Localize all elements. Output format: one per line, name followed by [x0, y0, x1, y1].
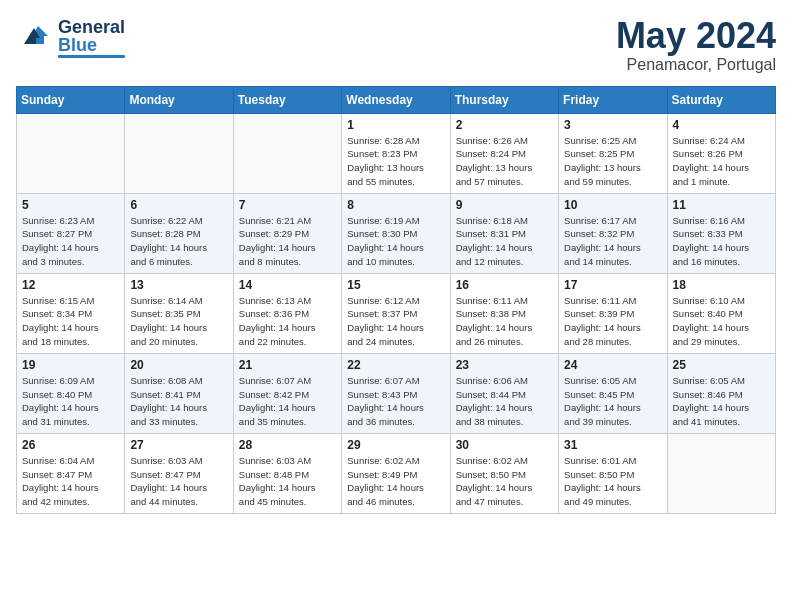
calendar-day-31: 31Sunrise: 6:01 AM Sunset: 8:50 PM Dayli…	[559, 433, 667, 513]
day-number: 5	[22, 198, 119, 212]
title-area: May 2024 Penamacor, Portugal	[616, 16, 776, 74]
calendar-week-row: 1Sunrise: 6:28 AM Sunset: 8:23 PM Daylig…	[17, 113, 776, 193]
day-number: 27	[130, 438, 227, 452]
calendar-day-19: 19Sunrise: 6:09 AM Sunset: 8:40 PM Dayli…	[17, 353, 125, 433]
column-header-friday: Friday	[559, 86, 667, 113]
day-info: Sunrise: 6:18 AM Sunset: 8:31 PM Dayligh…	[456, 214, 553, 269]
calendar-day-1: 1Sunrise: 6:28 AM Sunset: 8:23 PM Daylig…	[342, 113, 450, 193]
day-info: Sunrise: 6:06 AM Sunset: 8:44 PM Dayligh…	[456, 374, 553, 429]
day-number: 12	[22, 278, 119, 292]
calendar-day-29: 29Sunrise: 6:02 AM Sunset: 8:49 PM Dayli…	[342, 433, 450, 513]
day-info: Sunrise: 6:02 AM Sunset: 8:49 PM Dayligh…	[347, 454, 444, 509]
calendar-day-10: 10Sunrise: 6:17 AM Sunset: 8:32 PM Dayli…	[559, 193, 667, 273]
calendar-empty-cell	[667, 433, 775, 513]
calendar-day-26: 26Sunrise: 6:04 AM Sunset: 8:47 PM Dayli…	[17, 433, 125, 513]
calendar-day-25: 25Sunrise: 6:05 AM Sunset: 8:46 PM Dayli…	[667, 353, 775, 433]
day-info: Sunrise: 6:21 AM Sunset: 8:29 PM Dayligh…	[239, 214, 336, 269]
day-info: Sunrise: 6:09 AM Sunset: 8:40 PM Dayligh…	[22, 374, 119, 429]
day-info: Sunrise: 6:05 AM Sunset: 8:46 PM Dayligh…	[673, 374, 770, 429]
day-info: Sunrise: 6:03 AM Sunset: 8:48 PM Dayligh…	[239, 454, 336, 509]
calendar-week-row: 19Sunrise: 6:09 AM Sunset: 8:40 PM Dayli…	[17, 353, 776, 433]
calendar-day-12: 12Sunrise: 6:15 AM Sunset: 8:34 PM Dayli…	[17, 273, 125, 353]
calendar-day-28: 28Sunrise: 6:03 AM Sunset: 8:48 PM Dayli…	[233, 433, 341, 513]
day-info: Sunrise: 6:22 AM Sunset: 8:28 PM Dayligh…	[130, 214, 227, 269]
day-number: 24	[564, 358, 661, 372]
day-number: 31	[564, 438, 661, 452]
day-info: Sunrise: 6:13 AM Sunset: 8:36 PM Dayligh…	[239, 294, 336, 349]
day-number: 23	[456, 358, 553, 372]
calendar-day-22: 22Sunrise: 6:07 AM Sunset: 8:43 PM Dayli…	[342, 353, 450, 433]
calendar-table: SundayMondayTuesdayWednesdayThursdayFrid…	[16, 86, 776, 514]
day-info: Sunrise: 6:11 AM Sunset: 8:38 PM Dayligh…	[456, 294, 553, 349]
day-number: 20	[130, 358, 227, 372]
day-number: 4	[673, 118, 770, 132]
day-number: 21	[239, 358, 336, 372]
day-info: Sunrise: 6:08 AM Sunset: 8:41 PM Dayligh…	[130, 374, 227, 429]
logo-general-text: General	[58, 18, 125, 36]
calendar-header-row: SundayMondayTuesdayWednesdayThursdayFrid…	[17, 86, 776, 113]
month-title: May 2024	[616, 16, 776, 56]
day-info: Sunrise: 6:11 AM Sunset: 8:39 PM Dayligh…	[564, 294, 661, 349]
calendar-day-14: 14Sunrise: 6:13 AM Sunset: 8:36 PM Dayli…	[233, 273, 341, 353]
logo-underline	[58, 55, 125, 58]
day-info: Sunrise: 6:07 AM Sunset: 8:43 PM Dayligh…	[347, 374, 444, 429]
day-number: 29	[347, 438, 444, 452]
calendar-empty-cell	[125, 113, 233, 193]
calendar-day-2: 2Sunrise: 6:26 AM Sunset: 8:24 PM Daylig…	[450, 113, 558, 193]
day-number: 17	[564, 278, 661, 292]
day-number: 28	[239, 438, 336, 452]
day-number: 16	[456, 278, 553, 292]
column-header-monday: Monday	[125, 86, 233, 113]
day-info: Sunrise: 6:24 AM Sunset: 8:26 PM Dayligh…	[673, 134, 770, 189]
day-number: 15	[347, 278, 444, 292]
calendar-day-16: 16Sunrise: 6:11 AM Sunset: 8:38 PM Dayli…	[450, 273, 558, 353]
column-header-tuesday: Tuesday	[233, 86, 341, 113]
calendar-day-5: 5Sunrise: 6:23 AM Sunset: 8:27 PM Daylig…	[17, 193, 125, 273]
calendar-day-15: 15Sunrise: 6:12 AM Sunset: 8:37 PM Dayli…	[342, 273, 450, 353]
day-number: 3	[564, 118, 661, 132]
logo-blue-text: Blue	[58, 36, 125, 54]
calendar-day-6: 6Sunrise: 6:22 AM Sunset: 8:28 PM Daylig…	[125, 193, 233, 273]
day-info: Sunrise: 6:04 AM Sunset: 8:47 PM Dayligh…	[22, 454, 119, 509]
day-number: 8	[347, 198, 444, 212]
day-info: Sunrise: 6:19 AM Sunset: 8:30 PM Dayligh…	[347, 214, 444, 269]
calendar-day-18: 18Sunrise: 6:10 AM Sunset: 8:40 PM Dayli…	[667, 273, 775, 353]
logo-name: General Blue	[58, 18, 125, 58]
calendar-day-4: 4Sunrise: 6:24 AM Sunset: 8:26 PM Daylig…	[667, 113, 775, 193]
day-info: Sunrise: 6:05 AM Sunset: 8:45 PM Dayligh…	[564, 374, 661, 429]
column-header-wednesday: Wednesday	[342, 86, 450, 113]
day-number: 2	[456, 118, 553, 132]
calendar-empty-cell	[17, 113, 125, 193]
day-number: 13	[130, 278, 227, 292]
calendar-day-9: 9Sunrise: 6:18 AM Sunset: 8:31 PM Daylig…	[450, 193, 558, 273]
calendar-day-11: 11Sunrise: 6:16 AM Sunset: 8:33 PM Dayli…	[667, 193, 775, 273]
day-number: 7	[239, 198, 336, 212]
calendar-day-20: 20Sunrise: 6:08 AM Sunset: 8:41 PM Dayli…	[125, 353, 233, 433]
calendar-day-3: 3Sunrise: 6:25 AM Sunset: 8:25 PM Daylig…	[559, 113, 667, 193]
day-number: 1	[347, 118, 444, 132]
column-header-sunday: Sunday	[17, 86, 125, 113]
day-number: 18	[673, 278, 770, 292]
column-header-thursday: Thursday	[450, 86, 558, 113]
column-header-saturday: Saturday	[667, 86, 775, 113]
calendar-day-17: 17Sunrise: 6:11 AM Sunset: 8:39 PM Dayli…	[559, 273, 667, 353]
day-number: 6	[130, 198, 227, 212]
day-info: Sunrise: 6:23 AM Sunset: 8:27 PM Dayligh…	[22, 214, 119, 269]
day-info: Sunrise: 6:16 AM Sunset: 8:33 PM Dayligh…	[673, 214, 770, 269]
day-number: 10	[564, 198, 661, 212]
calendar-day-23: 23Sunrise: 6:06 AM Sunset: 8:44 PM Dayli…	[450, 353, 558, 433]
calendar-day-27: 27Sunrise: 6:03 AM Sunset: 8:47 PM Dayli…	[125, 433, 233, 513]
day-info: Sunrise: 6:17 AM Sunset: 8:32 PM Dayligh…	[564, 214, 661, 269]
day-info: Sunrise: 6:12 AM Sunset: 8:37 PM Dayligh…	[347, 294, 444, 349]
logo: General Blue	[16, 16, 125, 59]
day-number: 26	[22, 438, 119, 452]
calendar-week-row: 12Sunrise: 6:15 AM Sunset: 8:34 PM Dayli…	[17, 273, 776, 353]
calendar-day-8: 8Sunrise: 6:19 AM Sunset: 8:30 PM Daylig…	[342, 193, 450, 273]
calendar-day-24: 24Sunrise: 6:05 AM Sunset: 8:45 PM Dayli…	[559, 353, 667, 433]
day-number: 9	[456, 198, 553, 212]
day-number: 22	[347, 358, 444, 372]
calendar-day-13: 13Sunrise: 6:14 AM Sunset: 8:35 PM Dayli…	[125, 273, 233, 353]
day-info: Sunrise: 6:01 AM Sunset: 8:50 PM Dayligh…	[564, 454, 661, 509]
calendar-day-21: 21Sunrise: 6:07 AM Sunset: 8:42 PM Dayli…	[233, 353, 341, 433]
day-info: Sunrise: 6:25 AM Sunset: 8:25 PM Dayligh…	[564, 134, 661, 189]
